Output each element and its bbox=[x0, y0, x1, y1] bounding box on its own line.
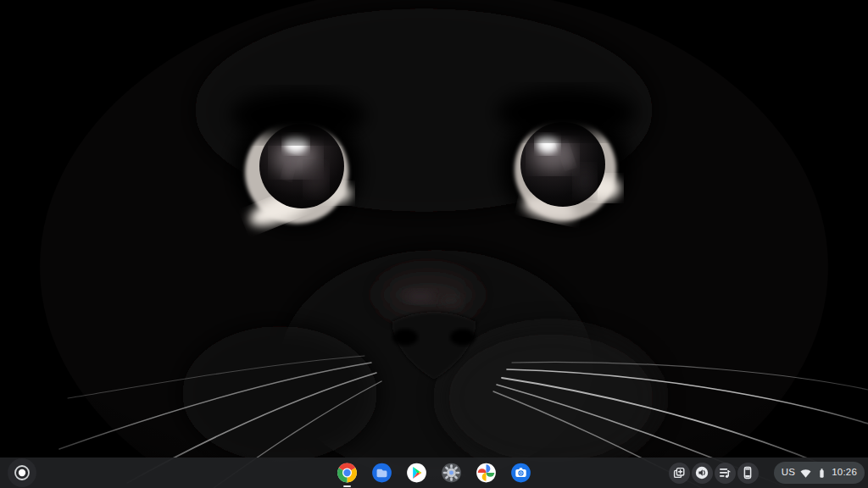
chromeos-desktop: US 10:26 bbox=[0, 0, 868, 488]
pinned-apps bbox=[337, 458, 532, 488]
launcher-button[interactable] bbox=[8, 458, 36, 487]
screen-capture-icon bbox=[672, 466, 686, 480]
play-store-app-button[interactable] bbox=[406, 462, 428, 484]
speaker-icon bbox=[695, 466, 709, 480]
keyboard-layout-indicator: US bbox=[782, 468, 795, 478]
clock: 10:26 bbox=[832, 468, 857, 478]
status-area[interactable]: US 10:26 bbox=[774, 462, 865, 484]
media-controls-icon bbox=[718, 466, 732, 480]
phone-hub-button[interactable] bbox=[737, 463, 759, 484]
media-controls-button[interactable] bbox=[715, 463, 736, 484]
settings-gear-icon bbox=[441, 462, 463, 484]
screen-capture-tray-button[interactable] bbox=[669, 463, 690, 484]
files-app-button[interactable] bbox=[371, 462, 393, 484]
files-icon bbox=[371, 462, 393, 484]
camera-app-button[interactable] bbox=[510, 462, 532, 484]
system-tray: US 10:26 bbox=[669, 458, 865, 488]
google-photos-app-button[interactable] bbox=[476, 462, 498, 484]
running-indicator bbox=[343, 485, 351, 488]
wallpaper-black-cat bbox=[0, 0, 868, 488]
launcher-icon bbox=[14, 464, 31, 481]
phone-hub-icon bbox=[741, 466, 754, 480]
battery-full-icon bbox=[816, 467, 827, 480]
shelf: US 10:26 bbox=[0, 458, 868, 488]
chrome-icon bbox=[337, 462, 359, 484]
google-photos-icon bbox=[476, 462, 498, 484]
volume-notification-button[interactable] bbox=[692, 463, 713, 484]
wifi-icon bbox=[799, 467, 812, 480]
chrome-app-button[interactable] bbox=[337, 462, 359, 484]
settings-app-button[interactable] bbox=[441, 462, 463, 484]
camera-icon bbox=[510, 462, 532, 484]
play-store-icon bbox=[406, 462, 428, 484]
